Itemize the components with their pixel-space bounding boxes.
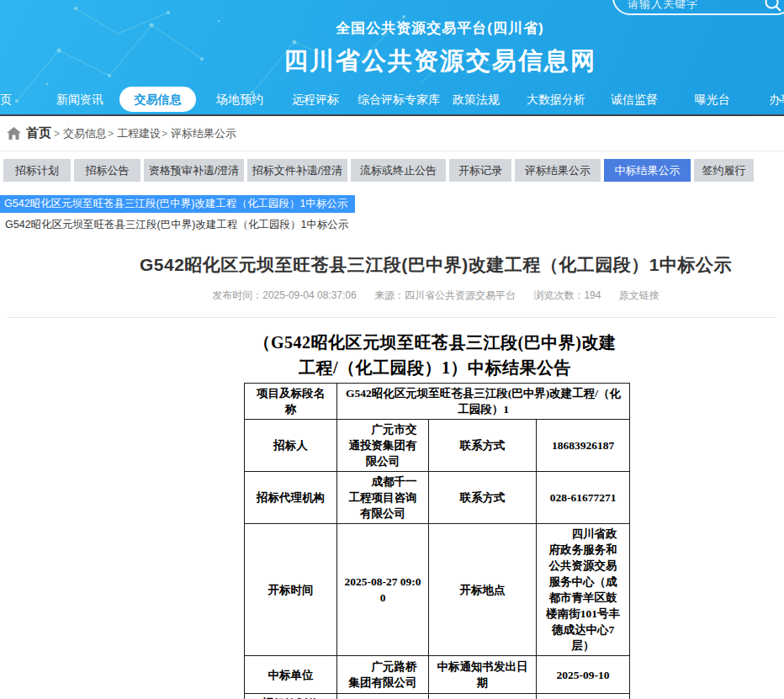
nav-item-venue[interactable]: 场地预约 xyxy=(216,82,263,116)
article-meta: 发布时间：2025-09-04 08:37:06 来源：四川省公共资源交易平台 … xyxy=(0,289,784,303)
divider xyxy=(7,317,777,318)
cell-project-label: 项目及标段名称 xyxy=(245,384,337,420)
tab-failed-notice[interactable]: 流标或终止公告 xyxy=(351,159,446,182)
tab-bid-notice[interactable]: 招标公告 xyxy=(74,159,140,182)
tab-award-result[interactable]: 中标结果公示 xyxy=(604,159,691,182)
table-row: 招标代理机构 成都千一工程项目咨询有限公司 联系方式 028-61677271 xyxy=(245,472,630,524)
cell-contact-value: 18683926187 xyxy=(537,420,630,472)
breadcrumb-separator: > xyxy=(108,128,114,140)
cell-openplace-value: 四川省政府政务服务和公共资源交易服务中心（成都市青羊区鼓楼南街101号丰德成达中… xyxy=(537,524,630,656)
category-tabs: 招标计划 招标公告 资格预审补遗/澄清 招标文件补遗/澄清 流标或终止公告 开标… xyxy=(0,151,784,182)
tab-prequal-amend[interactable]: 资格预审补遗/澄清 xyxy=(144,159,244,182)
search-icon[interactable] xyxy=(764,0,782,13)
nav-item-service[interactable]: 办事 xyxy=(769,82,784,116)
cell-project-name: G542昭化区元坝至旺苍县三江段(巴中界)改建工程/（化工园段）1 xyxy=(337,384,630,420)
cell-award-amount-label: 中标金额（元） xyxy=(429,694,537,699)
table-row: 项目及标段名称 G542昭化区元坝至旺苍县三江段(巴中界)改建工程/（化工园段）… xyxy=(245,384,630,420)
cell-agency-label: 招标代理机构 xyxy=(245,472,337,524)
nav-item-home[interactable]: 首页 xyxy=(0,82,12,116)
cell-notice-date-label: 中标通知书发出日期 xyxy=(429,656,537,694)
nav-item-news[interactable]: 新闻资讯 xyxy=(56,82,103,116)
award-result-table: 项目及标段名称 G542昭化区元坝至旺苍县三江段(巴中界)改建工程/（化工园段）… xyxy=(244,383,630,699)
view-count: 浏览次数：194 xyxy=(533,289,601,301)
nav-item-remote-eval[interactable]: 远程评标 xyxy=(292,82,339,116)
cell-contact-label: 联系方式 xyxy=(429,420,537,472)
home-icon xyxy=(7,127,21,140)
tab-bid-plan[interactable]: 招标计划 xyxy=(3,159,71,182)
cell-control-price-value: 2.8423758E7 xyxy=(337,694,429,699)
breadcrumb-separator: > xyxy=(54,128,60,140)
cell-contact2-label: 联系方式 xyxy=(429,472,537,524)
cell-winner-label: 中标单位 xyxy=(245,656,337,694)
table-row: 中标单位 广元路桥集团有限公司 中标通知书发出日期 2025-09-10 xyxy=(245,656,630,694)
nav-item-exposure[interactable]: 曝光台 xyxy=(695,82,730,116)
origin-link[interactable]: 原文链接 xyxy=(619,289,660,301)
source: 来源：四川省公共资源交易平台 xyxy=(374,289,516,301)
tab-open-record[interactable]: 开标记录 xyxy=(449,159,511,182)
nav-item-trade-info[interactable]: 交易信息 xyxy=(119,87,196,112)
breadcrumb-engineering[interactable]: 工程建设 xyxy=(117,126,161,141)
main-nav: 首页 新闻资讯 交易信息 场地预约 远程评标 综合评标专家库 政策法规 大数据分… xyxy=(0,82,784,116)
cell-notice-date-value: 2025-09-10 xyxy=(537,656,630,694)
nav-item-policy[interactable]: 政策法规 xyxy=(453,82,500,116)
cell-openplace-label: 开标地点 xyxy=(429,524,537,656)
page-title: G542昭化区元坝至旺苍县三江段(巴中界)改建工程（化工园段）1中标公示 xyxy=(0,253,784,277)
search-box[interactable]: 请输入关键字 xyxy=(612,0,784,15)
cell-winner-value: 广元路桥集团有限公司 xyxy=(337,656,429,694)
site-titles: 全国公共资源交易平台(四川省) 四川省公共资源交易信息网 xyxy=(283,19,596,78)
cell-opentime-label: 开标时间 xyxy=(245,524,337,656)
cell-award-amount-value: 27392774.56元 xyxy=(537,694,630,699)
nav-item-integrity[interactable]: 诚信监督 xyxy=(611,82,658,116)
list-item[interactable]: G542昭化区元坝至旺苍县三江段(巴中界)改建工程（化工园段）1中标公示 xyxy=(0,219,784,231)
tab-eval-result[interactable]: 评标结果公示 xyxy=(515,159,601,182)
article: G542昭化区元坝至旺苍县三江段(巴中界)改建工程（化工园段）1中标公示 发布时… xyxy=(0,253,784,699)
document-title: （G542昭化区元坝至旺苍县三江段(巴中界)改建工程/（化工园段）1）中标结果公… xyxy=(250,330,620,380)
result-list: G542昭化区元坝至旺苍县三江段(巴中界)改建工程（化工园段）1中标公示 G54… xyxy=(0,182,784,231)
cell-tenderer-value: 广元市交通投资集团有限公司 xyxy=(337,420,429,472)
tab-doc-amend[interactable]: 招标文件补遗/澄清 xyxy=(247,159,347,182)
breadcrumb-separator: > xyxy=(162,128,167,140)
publish-time: 发布时间：2025-09-04 08:37:06 xyxy=(212,289,356,301)
table-row: 招标人 广元市交通投资集团有限公司 联系方式 18683926187 xyxy=(245,420,630,472)
table-row: 招标控制价（元） 2.8423758E7 中标金额（元） 27392774.56… xyxy=(245,694,630,699)
breadcrumb: 首页 > 交易信息 > 工程建设 > 评标结果公示 xyxy=(0,116,784,151)
document-body: （G542昭化区元坝至旺苍县三江段(巴中界)改建工程/（化工园段）1）中标结果公… xyxy=(0,330,784,699)
cell-agency-value: 成都千一工程项目咨询有限公司 xyxy=(337,472,429,524)
site-title: 四川省公共资源交易信息网 xyxy=(283,45,596,78)
cell-control-price-label: 招标控制价（元） xyxy=(245,694,337,699)
table-row: 开标时间 2025-08-27 09:00 开标地点 四川省政府政务服务和公共资… xyxy=(245,524,630,656)
tab-contract[interactable]: 签约履行 xyxy=(694,159,754,182)
search-input[interactable]: 请输入关键字 xyxy=(628,0,698,12)
breadcrumb-home[interactable]: 首页 xyxy=(26,125,51,141)
cell-opentime-value: 2025-08-27 09:00 xyxy=(337,524,429,656)
cell-contact2-value: 028-61677271 xyxy=(537,472,630,524)
site-header: 请输入关键字 全国公共资源交易平台(四川省) 四川省公共资源交易信息网 首页 新… xyxy=(0,0,784,116)
breadcrumb-eval-result[interactable]: 评标结果公示 xyxy=(171,126,236,141)
cell-tenderer-label: 招标人 xyxy=(245,420,337,472)
site-subtitle: 全国公共资源交易平台(四川省) xyxy=(283,19,596,38)
nav-item-bigdata[interactable]: 大数据分析 xyxy=(527,82,585,116)
list-item-selected[interactable]: G542昭化区元坝至旺苍县三江段(巴中界)改建工程（化工园段）1中标公示 xyxy=(0,195,355,213)
breadcrumb-trade-info[interactable]: 交易信息 xyxy=(63,126,107,141)
nav-item-expert-db[interactable]: 综合评标专家库 xyxy=(358,82,440,116)
